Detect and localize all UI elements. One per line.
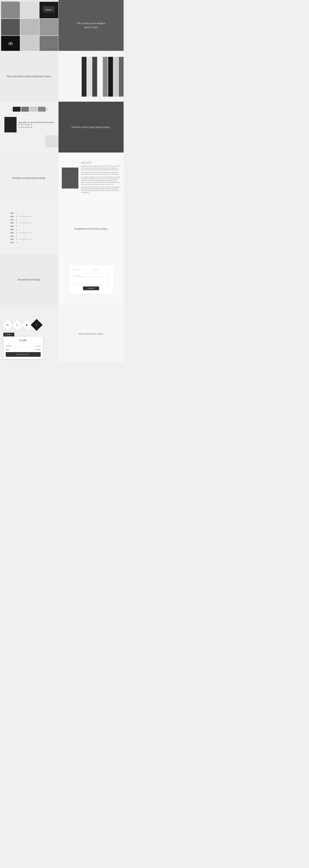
hero-line2: easy to read.: [84, 26, 98, 29]
form-questions-field: Any Questions: [73, 275, 109, 286]
cart-title: CaRt: [6, 339, 41, 343]
twitter-icon: 𝕏: [16, 323, 18, 327]
tl-year-2: 1999: [7, 216, 15, 217]
tl-dot-wrap-4: [15, 222, 18, 223]
thumb-prev-arrow[interactable]: ❮: [10, 108, 12, 111]
hero-left-panel: Miss Fashion Stage Beijing 1 PREV: [0, 0, 59, 51]
strip-2-label: ---: [89, 97, 90, 98]
photo-cell-2: [20, 2, 39, 18]
tl-text-4: A brief description text entry: [18, 222, 52, 224]
tl-year-7: 2009: [7, 232, 15, 234]
resume-left-text: Fantastic personal resume design.: [8, 177, 50, 179]
classification-right: --- --- S C --- --- --- ---: [59, 51, 124, 102]
tl-text-2: Brief description text here: [18, 216, 52, 217]
product-page-text: Flexible product page layout design.: [71, 126, 110, 128]
tl-dot-10: [16, 242, 17, 243]
tl-text-9: A brief description text entry: [18, 239, 52, 240]
strip-7: [113, 57, 118, 97]
hero-line1: The novelty layout designs,: [76, 22, 106, 25]
strip-8-label: ---: [121, 97, 122, 98]
checkout-button[interactable]: CHECKOUT: [6, 352, 41, 357]
prev-label: PREV: [46, 9, 52, 11]
section-classification: Easy and perfect product classification …: [0, 51, 124, 102]
form-questions-textarea[interactable]: [73, 277, 109, 285]
tl-dot-1: [16, 213, 17, 214]
form-card: Your Name Your Email Any Questions SUBMI…: [69, 265, 113, 294]
photo-grid: PREV: [1, 2, 58, 51]
tl-row-2010: 2010: [7, 236, 52, 237]
product-details: BEAUTIFUL & YOUTH AIRCRAF Gold Wool Bend…: [19, 122, 54, 127]
thumb-next-arrow[interactable]: ❯: [46, 108, 48, 111]
tl-dot-wrap-5: [15, 225, 18, 226]
tl-dot-wrap-3: [15, 219, 18, 220]
facebook-icon: f: [36, 323, 37, 327]
tl-row-2001: 2001: [7, 219, 52, 221]
cart-subtotal-row: Subtotal £ 05.00: [6, 345, 41, 347]
youtube-icon: ▶: [26, 323, 28, 327]
tl-dot-3: [16, 219, 17, 220]
strip-6-wrap: ---: [108, 54, 113, 98]
resume-para3: As a designer. Designed consult from the…: [81, 176, 120, 185]
strip-4-label: C: [100, 97, 100, 98]
tl-row-2008: 2008: [7, 229, 52, 230]
timeline-container: 1992 1999 Brief description text here 20…: [7, 212, 52, 245]
strip-5-label: ---: [105, 97, 106, 98]
form-name-input[interactable]: [73, 271, 90, 273]
product-right: Flexible product page layout design.: [59, 102, 124, 153]
section-resume: Fantastic personal resume design. April …: [0, 153, 124, 203]
form-name-label: Your Name: [73, 269, 90, 270]
social-icon-facebook[interactable]: f: [31, 319, 43, 331]
thumb-label: LO#: [28, 114, 30, 115]
tl-dot-9: [16, 239, 17, 240]
product-name: BEAUTIFUL & YOUTH AIRCRAF Gold Wool Bend: [19, 122, 54, 123]
form-left-text: Accessible form design.: [18, 279, 41, 281]
strip-6: [108, 57, 113, 97]
form-submit-button[interactable]: SUBMIT: [83, 286, 99, 290]
resume-content: April 2015 Employed by Frizzie Company f…: [81, 162, 120, 194]
cart-tab[interactable]: CART: [3, 333, 14, 336]
resume-body: Employed by Frizzie Company from the 2nd…: [81, 165, 120, 193]
tl-dot-5: [16, 226, 17, 226]
product-left: ❮ ❯ LO# BEAUTIFUL & YOUTH AIRCRAF Gold W…: [0, 102, 59, 153]
strip-4-wrap: C: [98, 54, 102, 98]
hero-right-panel: The novelty layout designs, easy to read…: [59, 0, 124, 51]
total-label: Total: [6, 349, 9, 350]
tl-text-7: Brief description for this entry: [18, 232, 52, 234]
product-image: [4, 117, 16, 132]
buy-now-button[interactable]: BUY NOW: [19, 124, 32, 127]
social-icons-row: ✉ 𝕏 ▶ f: [3, 321, 41, 329]
tl-year-6: 2008: [7, 229, 15, 230]
cart-tab-label: CART: [5, 334, 12, 336]
tl-row-2012: 2012 A brief description text entry: [7, 239, 52, 240]
photo-cell-5: [20, 19, 39, 35]
thumb-3[interactable]: [30, 107, 37, 112]
tl-dot-8: [16, 236, 17, 237]
hover-left: ✉ 𝕏 ▶ f CART CaRt Subtotal £ 05.00: [0, 305, 59, 363]
strip-8: [119, 57, 124, 97]
form-questions-label: Any Questions: [73, 275, 109, 277]
thumb-2[interactable]: [21, 107, 29, 112]
tl-year-1: 1992: [7, 212, 15, 214]
photo-cell-8: [20, 36, 39, 51]
tl-row-1992: 1992: [7, 212, 52, 214]
hover-right: And more hover styles: [59, 305, 124, 363]
tl-dot-wrap-9: [15, 239, 18, 240]
hover-text: And more hover styles: [79, 333, 103, 335]
tl-year-10: 2013: [7, 242, 15, 244]
tl-year-8: 2010: [7, 236, 15, 237]
resume-para2: Having a stable foundation of Freshman D…: [81, 172, 120, 175]
form-name-field: Your Name: [73, 269, 90, 273]
strip-1-wrap: ---: [82, 54, 87, 98]
section-hero: Miss Fashion Stage Beijing 1 PREV: [0, 0, 124, 51]
photo-cell-1: [1, 2, 20, 18]
photo-cell-4: [1, 19, 20, 35]
form-left: Accessible form design.: [0, 254, 59, 305]
photo-cell-6: [39, 19, 58, 35]
thumb-1[interactable]: [13, 107, 21, 112]
classification-text: Easy and perfect product classification …: [2, 75, 56, 78]
thumb-4[interactable]: [38, 107, 46, 112]
form-email-field: Your Email: [92, 269, 109, 273]
subtotal-label: Subtotal: [6, 345, 11, 347]
form-email-input[interactable]: [92, 271, 109, 273]
strip-7-label: ---: [115, 97, 116, 98]
